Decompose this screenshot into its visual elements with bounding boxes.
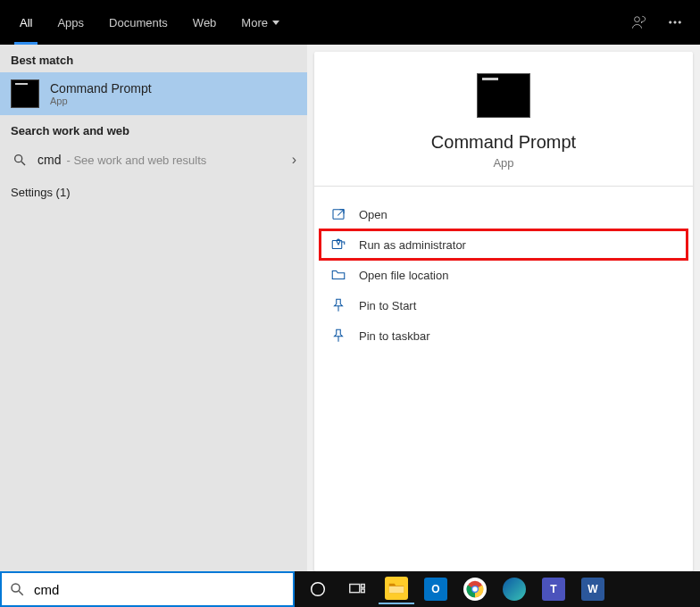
tab-label: Web xyxy=(193,16,217,29)
tab-label: Documents xyxy=(109,16,168,29)
tab-label: More xyxy=(241,16,268,29)
chevron-down-icon xyxy=(272,21,279,25)
taskbar: O T W xyxy=(295,571,700,607)
search-work-web-header: Search work and web xyxy=(0,115,307,143)
search-tabs: All Apps Documents Web More xyxy=(0,0,700,45)
search-panel: Best match Command Prompt App Search wor… xyxy=(0,45,700,571)
detail-subtitle: App xyxy=(493,156,513,170)
settings-label: Settings (1) xyxy=(11,186,70,199)
detail-pane: Command Prompt App Open Run as administr… xyxy=(314,52,693,571)
action-label: Open xyxy=(359,208,388,221)
edge-icon xyxy=(503,578,526,601)
cmd-large-icon xyxy=(477,73,530,118)
search-icon xyxy=(11,153,29,167)
tab-all[interactable]: All xyxy=(7,0,45,45)
pin-start-icon xyxy=(330,297,346,313)
action-pin-to-taskbar[interactable]: Pin to taskbar xyxy=(320,320,688,351)
settings-group[interactable]: Settings (1) xyxy=(0,177,307,208)
taskbar-chrome[interactable] xyxy=(457,574,493,604)
action-label: Run as administrator xyxy=(359,238,466,252)
svg-point-2 xyxy=(674,21,676,23)
admin-shield-icon xyxy=(330,237,346,253)
open-icon xyxy=(330,206,346,222)
action-run-as-administrator[interactable]: Run as administrator xyxy=(320,229,688,260)
teams-icon: T xyxy=(542,578,565,601)
ellipsis-icon xyxy=(667,14,683,30)
search-hint: - See work and web results xyxy=(66,154,206,167)
taskbar-task-view[interactable] xyxy=(339,574,375,604)
tab-documents[interactable]: Documents xyxy=(96,0,180,45)
result-title: Command Prompt xyxy=(50,81,152,96)
result-text: Command Prompt App xyxy=(50,81,152,106)
svg-line-11 xyxy=(19,591,23,595)
svg-point-4 xyxy=(15,155,22,162)
svg-point-3 xyxy=(679,21,680,23)
action-open-file-location[interactable]: Open file location xyxy=(320,260,688,290)
bottom-bar: O T W xyxy=(0,571,700,607)
taskbar-edge[interactable] xyxy=(496,574,532,604)
person-speech-icon xyxy=(630,13,648,31)
svg-point-18 xyxy=(472,586,478,592)
result-subtitle: App xyxy=(50,96,152,106)
tab-apps[interactable]: Apps xyxy=(45,0,96,45)
tab-label: Apps xyxy=(57,16,84,29)
svg-point-12 xyxy=(312,583,325,596)
svg-rect-14 xyxy=(362,585,365,588)
search-input[interactable] xyxy=(34,582,286,597)
action-open[interactable]: Open xyxy=(320,199,688,229)
action-pin-to-start[interactable]: Pin to Start xyxy=(320,290,688,320)
task-view-icon xyxy=(347,579,367,599)
results-column: Best match Command Prompt App Search wor… xyxy=(0,45,307,571)
action-label: Open file location xyxy=(359,269,448,282)
svg-point-1 xyxy=(670,21,671,23)
taskbar-cortana[interactable] xyxy=(300,574,336,604)
file-explorer-icon xyxy=(385,577,408,600)
word-icon: W xyxy=(581,578,604,601)
taskbar-file-explorer[interactable] xyxy=(379,574,414,604)
search-icon xyxy=(9,581,25,597)
web-search-suggestion[interactable]: cmd - See work and web results › xyxy=(0,143,307,177)
chevron-right-icon: › xyxy=(292,152,296,168)
tab-web[interactable]: Web xyxy=(180,0,229,45)
svg-rect-13 xyxy=(350,585,360,593)
pin-taskbar-icon xyxy=(330,328,346,344)
search-term: cmd xyxy=(38,153,61,167)
more-options-button[interactable] xyxy=(657,4,693,40)
tab-label: All xyxy=(20,16,32,29)
detail-title: Command Prompt xyxy=(431,132,576,153)
folder-icon xyxy=(330,267,346,283)
start-search-box[interactable] xyxy=(0,571,295,607)
result-command-prompt[interactable]: Command Prompt App xyxy=(0,72,307,115)
cmd-thumbnail-icon xyxy=(11,79,39,108)
taskbar-word[interactable]: W xyxy=(575,574,611,604)
taskbar-outlook[interactable]: O xyxy=(418,574,454,604)
outlook-icon: O xyxy=(424,578,447,601)
detail-header: Command Prompt App xyxy=(314,52,693,187)
action-label: Pin to Start xyxy=(359,299,416,312)
taskbar-teams[interactable]: T xyxy=(536,574,571,604)
feedback-button[interactable] xyxy=(621,4,657,40)
svg-rect-15 xyxy=(362,589,365,593)
tab-more[interactable]: More xyxy=(229,0,292,45)
best-match-header: Best match xyxy=(0,45,307,72)
svg-line-5 xyxy=(21,162,25,165)
action-list: Open Run as administrator Open file loca… xyxy=(314,187,693,363)
cortana-icon xyxy=(308,579,328,599)
svg-point-0 xyxy=(635,17,640,22)
svg-point-10 xyxy=(12,584,20,592)
action-label: Pin to taskbar xyxy=(359,329,430,343)
chrome-icon xyxy=(463,578,487,601)
